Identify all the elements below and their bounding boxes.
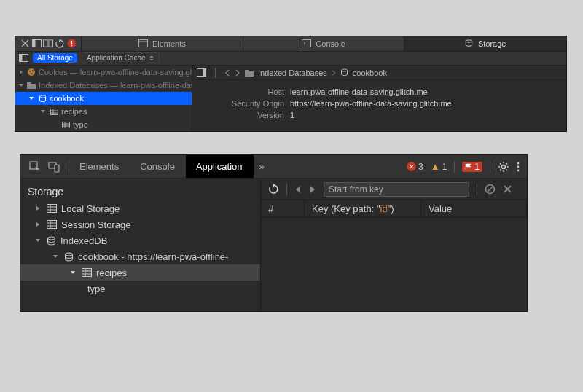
chevron-down-icon	[35, 238, 42, 243]
tree-indexeddb[interactable]: IndexedDB	[20, 232, 260, 248]
start-key-input[interactable]: Start from key	[324, 182, 469, 197]
warning-count-value: 1	[442, 162, 447, 172]
page-back-icon[interactable]	[294, 185, 302, 194]
chevron-down-icon	[70, 270, 77, 275]
tab-console[interactable]: Console	[243, 36, 405, 51]
error-count-value: 3	[418, 162, 423, 172]
device-toggle-icon[interactable]	[48, 161, 60, 173]
chrome-main: Start from key # Key (Key path: "id") Va…	[261, 179, 527, 311]
storage-icon	[47, 220, 57, 229]
tree-cookbook[interactable]: cookbook	[15, 92, 192, 105]
tree-cookies[interactable]: Cookies — learn-pwa-offline-data-saving.…	[15, 66, 192, 79]
gear-icon[interactable]	[498, 161, 509, 173]
svg-rect-3	[49, 40, 53, 47]
warning-count[interactable]: ▲ 1	[431, 161, 447, 172]
nav-forward-icon[interactable]	[235, 69, 240, 77]
chevron-right-icon	[18, 69, 24, 75]
flag-icon	[465, 163, 472, 170]
dock-side-icon[interactable]	[31, 39, 42, 49]
host-value: learn-pwa-offline-data-saving.glitch.me	[290, 87, 555, 96]
col-index[interactable]: #	[261, 200, 305, 217]
reload-icon[interactable]	[55, 39, 65, 49]
svg-rect-18	[51, 109, 58, 114]
issues-count[interactable]: 1	[462, 162, 482, 172]
svg-rect-1	[32, 40, 35, 47]
col-key-suffix: ")	[388, 203, 394, 214]
folder-icon	[245, 69, 254, 77]
tab-application[interactable]: Application	[186, 155, 254, 178]
error-count[interactable]: ✕ 3	[407, 162, 423, 172]
tree-label: cookbook - https://learn-pwa-offline-	[78, 251, 228, 262]
safari-window-controls	[15, 36, 82, 51]
close-icon[interactable]	[503, 184, 512, 194]
tree-session-storage[interactable]: Session Storage	[20, 216, 260, 232]
tab-label: Console	[140, 161, 175, 172]
app-cache-segment[interactable]: Application Cache	[82, 52, 160, 63]
svg-rect-7	[138, 40, 147, 47]
tree-type[interactable]: type	[20, 281, 260, 297]
svg-rect-9	[302, 40, 311, 47]
tree-cookbook[interactable]: cookbook - https://learn-pwa-offline-	[20, 248, 260, 264]
inspect-element-icon[interactable]	[29, 161, 41, 173]
tree-label: recipes	[96, 267, 127, 278]
tree-label: recipes	[61, 107, 87, 116]
table-icon	[50, 109, 58, 115]
safari-tab-bar: Elements Console Storage	[15, 36, 566, 52]
tab-elements[interactable]: Elements	[82, 36, 243, 51]
tab-more[interactable]: »	[254, 155, 271, 178]
svg-point-52	[48, 237, 55, 240]
separator-icon	[454, 161, 455, 173]
host-key: Host	[204, 87, 284, 96]
tree-label: type	[87, 283, 106, 294]
svg-rect-27	[203, 69, 206, 77]
tree-label: Session Storage	[61, 219, 130, 230]
database-icon	[64, 252, 74, 262]
svg-point-13	[28, 68, 35, 76]
kebab-menu-icon[interactable]	[517, 161, 520, 173]
page-forward-icon[interactable]	[309, 185, 316, 194]
database-icon	[39, 95, 47, 103]
tree-recipes[interactable]: recipes	[15, 105, 192, 118]
tree-label: IndexedDB	[60, 235, 107, 246]
devtools-status: ✕ 3 ▲ 1 1	[399, 155, 527, 178]
svg-rect-48	[47, 221, 57, 229]
tree-indexed-db-group[interactable]: Indexed Databases — learn-pwa-offline-da…	[15, 79, 192, 92]
tab-storage[interactable]: Storage	[404, 36, 566, 51]
chevron-right-icon	[35, 222, 42, 227]
chrome-devtools: Elements Console Application » ✕ 3 ▲ 1 1	[20, 154, 528, 312]
breadcrumb: Indexed Databases cookbook	[192, 66, 566, 80]
inspect-icons	[20, 155, 69, 178]
svg-point-32	[502, 165, 506, 168]
folder-icon	[27, 82, 36, 89]
safari-body: Cookies — learn-pwa-offline-data-saving.…	[15, 66, 566, 131]
crumb-db-name[interactable]: cookbook	[353, 68, 387, 77]
tree-type[interactable]: type	[15, 118, 192, 131]
tab-elements[interactable]: Elements	[69, 155, 130, 178]
refresh-icon[interactable]	[268, 184, 279, 195]
nav-back-icon[interactable]	[224, 69, 230, 77]
clear-icon[interactable]	[485, 184, 496, 195]
col-key[interactable]: Key (Key path: "id")	[305, 200, 421, 217]
crumb-db-label[interactable]: Indexed Databases	[258, 68, 327, 77]
tree-local-storage[interactable]: Local Storage	[20, 200, 260, 216]
svg-point-43	[517, 169, 520, 171]
tab-console[interactable]: Console	[130, 155, 186, 178]
all-storage-pill[interactable]: All Storage	[33, 53, 77, 63]
tree-label: Indexed Databases — learn-pwa-offline-da…	[39, 81, 192, 90]
columns-icon[interactable]	[43, 39, 53, 49]
error-badge-icon[interactable]	[66, 39, 77, 49]
table-icon	[62, 122, 70, 128]
svg-line-39	[500, 169, 501, 170]
safari-sidebar: Cookies — learn-pwa-offline-data-saving.…	[15, 66, 192, 131]
detail-toggle-icon[interactable]	[197, 68, 206, 77]
chevron-right-icon	[332, 70, 336, 76]
close-icon[interactable]	[20, 39, 30, 49]
db-details: Host learn-pwa-offline-data-saving.glitc…	[192, 80, 566, 127]
chrome-body: Storage Local Storage Session Storage In…	[20, 179, 527, 311]
svg-line-59	[487, 186, 493, 192]
svg-rect-31	[55, 165, 59, 172]
svg-rect-44	[47, 205, 57, 213]
tree-recipes[interactable]: recipes	[20, 264, 260, 281]
sidebar-toggle-icon[interactable]	[18, 53, 28, 63]
col-value[interactable]: Value	[421, 200, 527, 217]
